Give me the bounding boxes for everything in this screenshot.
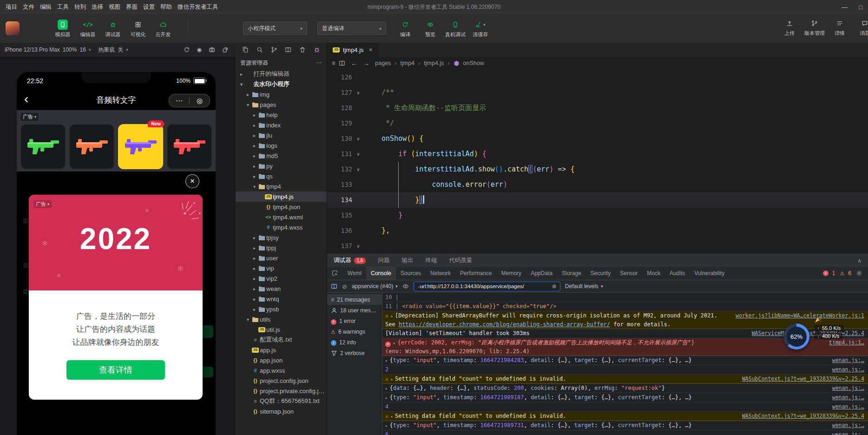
devtools-tab-security[interactable]: Security — [586, 267, 615, 280]
refresh-action-button[interactable]: 编译 — [393, 19, 418, 38]
execution-context-select[interactable]: appservice (#40) ▾ — [352, 283, 398, 290]
tree-item[interactable]: JSutil.js — [236, 324, 327, 335]
ad-weapon-tile[interactable] — [20, 124, 66, 169]
tree-item[interactable]: {}tjmp4.json — [236, 202, 327, 212]
tab-tjmp4-js[interactable]: JS tjmp4.js × — [327, 43, 379, 57]
console-filter-list[interactable]: ≡21 messages — [327, 294, 382, 305]
close-tab-icon[interactable]: × — [369, 46, 373, 53]
tree-item[interactable]: ▾utils — [236, 314, 327, 324]
devtools-tab-sources[interactable]: Sources — [396, 267, 426, 280]
console-sidebar-toggle-icon[interactable] — [331, 283, 337, 290]
devtools-tab-network[interactable]: Network — [426, 267, 455, 280]
phone-action-button[interactable]: 真机调试 — [443, 19, 468, 38]
tree-item[interactable]: ▸py — [236, 161, 327, 171]
back-chevron-icon[interactable]: ‹ — [24, 91, 28, 107]
menu-item-5[interactable]: 选择 — [89, 3, 106, 11]
search-icon[interactable] — [256, 46, 263, 53]
menu-item-6[interactable]: 视图 — [106, 3, 123, 11]
menu-item-4[interactable]: 转到 — [72, 3, 89, 11]
tree-item[interactable]: ▸index — [236, 120, 327, 130]
message-button[interactable]: 消息 — [852, 18, 868, 37]
minimize-button[interactable]: — — [842, 4, 848, 11]
split-editor-icon[interactable] — [285, 46, 291, 53]
devtools-tab-wxml[interactable]: Wxml — [343, 267, 366, 280]
tree-item[interactable]: ▾tjmp4 — [236, 181, 327, 191]
collapse-panel-icon[interactable]: ∧ — [857, 257, 861, 264]
console-filter-input[interactable] — [417, 283, 549, 290]
fold-icon[interactable]: ∨ — [352, 162, 364, 177]
breadcrumb-symbol[interactable]: onShow — [463, 60, 484, 66]
upload-button[interactable]: 上传 — [777, 18, 802, 37]
cloud-button[interactable]: 云开发 — [151, 19, 176, 38]
expand-caret-icon[interactable]: ▸ — [385, 358, 388, 363]
expand-caret-icon[interactable]: ▸ — [393, 341, 395, 345]
expand-caret-icon[interactable]: ▸ — [385, 386, 388, 391]
console-filter-user[interactable]: 18 user mes… — [327, 305, 382, 316]
console-source-link[interactable]: wenan.js:… — [832, 365, 864, 374]
console-filter-warning[interactable]: ⚠6 warnings — [327, 326, 382, 337]
console-filter-error[interactable]: ×1 error — [327, 316, 382, 326]
console-source-link[interactable]: wenan.js:… — [832, 393, 864, 402]
tree-item[interactable]: ▸tppj — [236, 243, 327, 253]
console-source-link[interactable]: wenan.js:… — [832, 402, 864, 411]
view-details-button[interactable]: 查看详情 — [66, 360, 165, 380]
breadcrumb-item[interactable]: pages — [375, 60, 391, 66]
expand-caret-icon[interactable]: ▸ — [385, 423, 388, 428]
clear-filter-icon[interactable]: ⊗ — [552, 283, 557, 290]
tree-item[interactable]: ▸logs — [236, 140, 327, 151]
panel-tab-2[interactable]: 输出 — [401, 257, 413, 264]
tree-item[interactable]: {}app.json — [236, 355, 327, 365]
devtools-tab-storage[interactable]: Storage — [557, 267, 586, 280]
menu-item-9[interactable]: 帮助 — [158, 3, 175, 11]
tree-item[interactable]: {}project.config.json — [236, 376, 327, 386]
tree-item[interactable]: JSapp.js — [236, 345, 327, 355]
console-source-link[interactable]: wenan.js:… — [832, 356, 864, 364]
tree-item[interactable]: ▸qs — [236, 171, 327, 181]
eye-icon[interactable] — [402, 283, 409, 290]
extensions-icon[interactable] — [314, 46, 320, 53]
user-avatar[interactable] — [6, 21, 20, 35]
fold-icon[interactable]: ∨ — [352, 238, 364, 254]
fold-icon[interactable]: ∨ — [352, 85, 364, 100]
devtools-tab-appdata[interactable]: AppData — [526, 267, 557, 280]
ad-weapon-tile[interactable] — [69, 124, 114, 169]
grid-button[interactable]: 可视化 — [125, 19, 151, 38]
tree-item[interactable]: ▸user — [236, 253, 327, 263]
tree-item[interactable]: ▸打开的编辑器 — [236, 69, 327, 79]
console-source-link[interactable]: wenan.js:… — [832, 421, 864, 429]
mode-select[interactable]: 小程序模式▾ — [243, 22, 307, 35]
more-icon[interactable]: ⋯ — [169, 97, 189, 104]
simulator-button[interactable]: 模拟器 — [50, 19, 75, 38]
target-icon[interactable]: ◎ — [190, 97, 210, 104]
tree-item[interactable]: ▸ypsb — [236, 304, 327, 314]
tree-item[interactable]: ≡QQ群：656756591.txt — [236, 396, 327, 406]
panel-tab-4[interactable]: 代码质量 — [449, 257, 472, 264]
trash-icon[interactable] — [299, 46, 306, 53]
files-icon[interactable] — [242, 46, 249, 53]
tree-item[interactable]: ≡配置域名.txt — [236, 335, 327, 345]
console-source-link[interactable]: WASubContext.js?t=we_19328339&v=2.25.4 — [742, 412, 864, 420]
tree-item[interactable]: ▾去水印小程序 — [236, 79, 327, 89]
more-actions-icon[interactable]: ⋯ — [316, 59, 322, 66]
expand-caret-icon[interactable]: ▸ — [391, 377, 393, 382]
devtools-tab-audits[interactable]: Audits — [665, 267, 690, 280]
compile-mode-select[interactable]: 普通编译▾ — [317, 22, 386, 35]
devtools-tab-mock[interactable]: Mock — [642, 267, 665, 280]
log-levels-select[interactable]: Default levels ▾ — [565, 283, 603, 290]
close-ad-button[interactable]: × — [185, 174, 199, 188]
tree-item[interactable]: ▸jlu — [236, 130, 327, 140]
tree-item[interactable]: ▸tpjsy — [236, 232, 327, 243]
devtools-tab-vulnerability[interactable]: Vulnerability — [690, 267, 729, 280]
ad-weapon-tile[interactable]: New — [118, 124, 163, 169]
panel-tab-1[interactable]: 问题 — [378, 257, 389, 264]
tree-item[interactable]: ▾pages — [236, 99, 327, 110]
console-filter-verbose[interactable]: 2 verbose — [327, 348, 382, 358]
refresh-icon[interactable] — [184, 46, 190, 53]
outline-icon[interactable]: ≡ — [332, 60, 335, 66]
tree-item[interactable]: ▸vip2 — [236, 273, 327, 283]
performance-monitor[interactable]: 62% ↑55.0 K/s ↓400 K/s — [783, 316, 844, 349]
maximize-button[interactable]: □ — [859, 4, 862, 11]
ad-banner[interactable]: 广告▾ New — [17, 110, 216, 171]
git-branch-icon[interactable] — [271, 46, 277, 53]
devtools-tab-performance[interactable]: Performance — [455, 267, 497, 280]
